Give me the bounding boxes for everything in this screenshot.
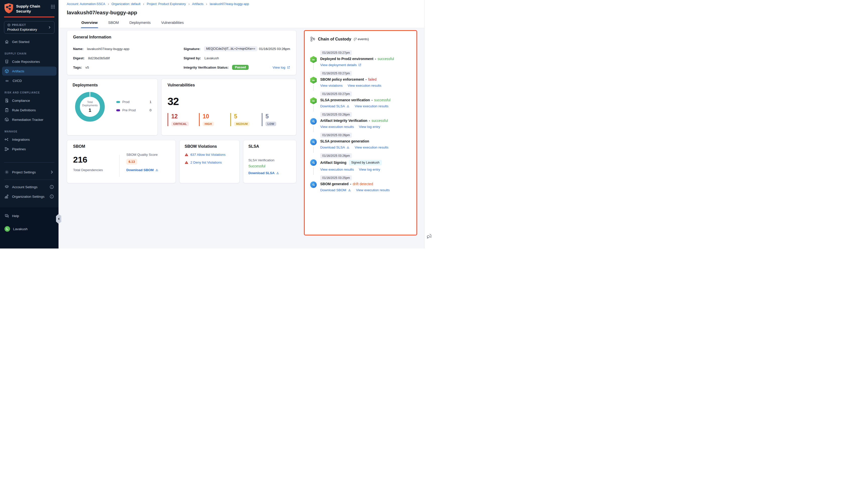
- event-deployed-prod2: ∞ 01/16/2025 03:27pm Deployed to Prod2 e…: [310, 50, 411, 67]
- chain-of-custody-title: Chain of Custody: [318, 37, 351, 41]
- sidebar: Supply Chain Security PROJECT Product Ex…: [0, 0, 59, 248]
- view-execution-results-link[interactable]: View execution results: [348, 84, 381, 87]
- feedback-chat-icon[interactable]: [426, 233, 432, 239]
- org-settings-icon: [4, 194, 9, 199]
- sidebar-item-label: CI/CD: [13, 79, 22, 83]
- sidebar-item-account-settings[interactable]: Account Settings: [2, 182, 57, 191]
- sidebar-item-organization-settings[interactable]: Organization Settings: [2, 192, 57, 201]
- sidebar-item-get-started[interactable]: Get Started: [2, 37, 57, 46]
- view-execution-results-link[interactable]: View execution results: [320, 168, 354, 171]
- view-log-link[interactable]: View log: [273, 66, 290, 69]
- event-timestamp: 01/16/2025 03:25pm: [320, 175, 352, 181]
- sidebar-item-user[interactable]: L Lavakush: [2, 224, 57, 234]
- sidebar-item-rule-definitions[interactable]: Rule Definitions: [2, 105, 57, 115]
- external-link-icon: [287, 66, 290, 69]
- tab-sbom[interactable]: SBOM: [108, 18, 119, 28]
- project-cube-icon: [7, 23, 11, 27]
- legend-value: 1: [149, 100, 151, 104]
- deployments-card: Deployments Total Deployments 1: [67, 79, 158, 136]
- code-repo-icon: [4, 59, 9, 64]
- info-icon: [49, 194, 54, 199]
- breadcrumb-artifacts[interactable]: Artifacts: [192, 2, 203, 6]
- sidebar-item-label: Pipelines: [12, 147, 26, 151]
- scan-circle-icon: [310, 139, 317, 145]
- download-icon: [348, 188, 351, 192]
- download-sbom-link[interactable]: Download SBOM: [126, 168, 158, 172]
- legend-dot-pre-prod: [116, 109, 120, 111]
- sidebar-item-help[interactable]: ? Help: [2, 211, 57, 221]
- view-execution-results-link[interactable]: View execution results: [356, 188, 390, 192]
- status-badge: Passed: [232, 65, 249, 70]
- allow-list-violations-link[interactable]: 637 Allow list Violations: [190, 153, 226, 157]
- donut-center-label: Total Deployments: [82, 100, 98, 107]
- app-title: Supply Chain Security: [16, 3, 48, 14]
- download-slsa-link[interactable]: Download SLSA: [248, 171, 279, 175]
- sidebar-item-remediation-tracker[interactable]: Remediation Tracker: [2, 115, 57, 124]
- slsa-verification-status: Successful: [248, 164, 291, 168]
- signature-value[interactable]: MEQCICde2VjIT...bL+2+mqnOXw==: [204, 46, 258, 51]
- chevron-right-icon: [142, 3, 145, 5]
- app-grid-menu-icon[interactable]: [51, 4, 55, 9]
- donut-total-value: 1: [89, 108, 91, 113]
- view-log-label: View log: [273, 66, 285, 69]
- scan-circle-icon: [310, 181, 317, 188]
- sidebar-item-label: Remediation Tracker: [12, 118, 43, 122]
- sidebar-item-compliance[interactable]: Compliance: [2, 96, 57, 105]
- event-timestamp: 01/16/2025 03:26pm: [320, 112, 352, 117]
- view-log-entry-link[interactable]: View log entry: [359, 125, 380, 129]
- sidebar-item-code-repositories[interactable]: Code Repositories: [2, 57, 57, 66]
- sidebar-bottom: ? Help L Lavakush: [0, 207, 59, 248]
- sidebar-item-label: Account Settings: [12, 185, 38, 189]
- pipelines-icon: [4, 147, 9, 151]
- download-slsa-link[interactable]: Download SLSA: [320, 145, 350, 149]
- view-violations-link[interactable]: View violations: [320, 84, 343, 87]
- signature-label: Signature:: [184, 47, 200, 51]
- sidebar-item-integrations[interactable]: Integrations: [2, 135, 57, 144]
- tab-vulnerabilities[interactable]: Vulnerabilities: [161, 18, 184, 28]
- link-label: Download SBOM: [320, 188, 346, 192]
- severity-badge: LOW: [265, 122, 276, 126]
- event-title: Deployed to Prod2 environment: [320, 57, 374, 61]
- sidebar-item-artifacts[interactable]: Artifacts: [2, 67, 57, 76]
- event-artifact-integrity-verification: 01/16/2025 03:26pm Artifact Integrity Ve…: [310, 112, 411, 129]
- sbom-violations-card: SBOM Violations 637 Allow list Violation…: [179, 140, 240, 183]
- view-execution-results-link[interactable]: View execution results: [320, 125, 354, 129]
- sidebar-item-project-settings[interactable]: Project Settings: [2, 168, 57, 176]
- view-log-entry-link[interactable]: View log entry: [359, 168, 380, 171]
- sidebar-item-cicd[interactable]: ∞ CI/CD: [2, 76, 57, 85]
- sidebar-item-label: Artifacts: [12, 69, 24, 73]
- event-status: successful: [374, 98, 391, 102]
- avatar: L: [4, 226, 10, 232]
- view-deployment-details-link[interactable]: View deployment details: [320, 63, 361, 67]
- tab-overview[interactable]: Overview: [81, 18, 98, 28]
- clipboard-check-icon: [4, 108, 9, 112]
- event-slsa-provenance-verification: ∞ 01/16/2025 03:27pm SLSA provenance ver…: [310, 91, 411, 108]
- chain-of-custody-panel: Chain of Custody (7 events) ∞ 01/16/2025…: [304, 30, 417, 236]
- view-execution-results-link[interactable]: View execution results: [355, 145, 388, 149]
- sidebar-collapse-handle[interactable]: [56, 214, 61, 224]
- event-title: SLSA provenance generation: [320, 139, 369, 143]
- info-icon: [49, 185, 54, 189]
- vulnerabilities-card: Vulnerabilities 32 12 CRITICAL 10 HIGH: [161, 79, 296, 136]
- sidebar-item-pipelines[interactable]: Pipelines: [2, 144, 57, 154]
- breadcrumb-organization[interactable]: Organization: default: [112, 2, 140, 6]
- project-name: Product Exploratory: [7, 28, 48, 31]
- breadcrumb-project[interactable]: Project: Product Exploratory: [147, 2, 186, 6]
- card-title: General Information: [73, 35, 290, 40]
- integrations-icon: [4, 137, 9, 142]
- download-slsa-link[interactable]: Download SLSA: [320, 104, 350, 108]
- artifacts-cube-icon: [4, 69, 9, 73]
- view-execution-results-link[interactable]: View execution results: [355, 104, 388, 108]
- tab-deployments[interactable]: Deployments: [129, 18, 151, 28]
- module-accent-line: [4, 17, 55, 17]
- tabbar: Overview SBOM Deployments Vulnerabilitie…: [59, 18, 424, 28]
- deny-list-violations-link[interactable]: 2 Deny list Violations: [190, 160, 222, 164]
- breadcrumb-account[interactable]: Account: Automation-SSCA: [67, 2, 105, 6]
- project-selector[interactable]: PROJECT Product Exploratory: [4, 21, 55, 34]
- overview-content: General Information Name:lavakush07/easy…: [59, 28, 424, 248]
- sidebar-item-label: Help: [12, 214, 19, 218]
- breadcrumb-artifact-name[interactable]: lavakush07/easy-buggy-app: [210, 2, 249, 6]
- download-sbom-link[interactable]: Download SBOM: [320, 188, 351, 192]
- pipeline-hexagon-icon: ∞: [310, 77, 317, 84]
- severity-badge: MEDIUM: [234, 122, 250, 126]
